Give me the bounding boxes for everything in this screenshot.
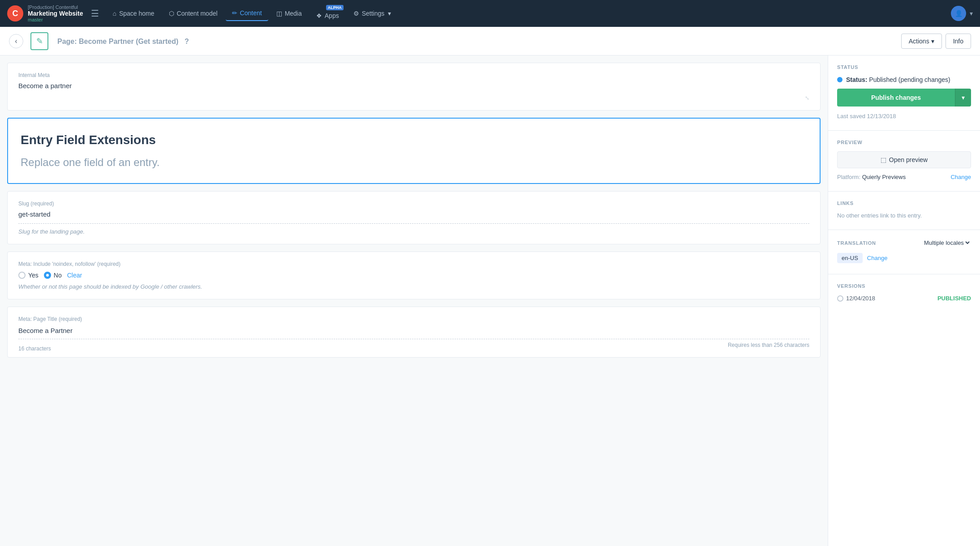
menu-hamburger-icon[interactable]: ☰ [87, 4, 103, 22]
sidebar-item-content-model[interactable]: ⬡ Content model [163, 6, 224, 21]
internal-meta-value: Become a partner [18, 82, 809, 91]
open-preview-button[interactable]: ⬚ Open preview [837, 151, 971, 168]
divider-4 [828, 274, 980, 274]
home-icon: ⌂ [112, 10, 116, 17]
extension-title: Entry Field Extensions [21, 133, 807, 147]
actions-label: Actions [909, 38, 929, 45]
brand-area: C [Production] Contentful Marketing Webs… [7, 4, 106, 22]
env-label: [Production] Contentful [28, 4, 83, 10]
page-title: Page: Become Partner (Get started) ? [54, 36, 901, 46]
extension-box: Entry Field Extensions Replace one field… [7, 118, 821, 184]
preview-section: PREVIEW ⬚ Open preview Platform: Quierly… [837, 140, 971, 180]
status-row: Status: Published (pending changes) [837, 76, 971, 83]
page-title-text: Page: Become Partner (Get started) [57, 38, 178, 45]
edit-icon: ✎ [36, 36, 43, 46]
meta-page-title-section: Meta: Page Title (required) Become a Par… [7, 307, 821, 358]
last-saved: Last saved 12/13/2018 [837, 113, 971, 119]
version-status: PUBLISHED [937, 295, 971, 302]
sidebar-item-apps[interactable]: ❖ Apps ALPHA [310, 4, 345, 23]
nav-label-space-home: Space home [119, 10, 155, 17]
main-layout: Internal Meta Become a partner ⤡ Entry F… [0, 55, 980, 546]
divider-2 [828, 191, 980, 192]
meta-page-title-value: Become a Partner [18, 327, 809, 339]
platform-label: Platform: Quierly Previews [837, 174, 906, 180]
platform-row: Platform: Quierly Previews Change [837, 174, 971, 180]
locale-change-link[interactable]: Change [867, 255, 888, 261]
user-avatar[interactable]: 👤 [951, 6, 966, 21]
meta-noindex-section: Meta: Include 'noindex, nofollow' (requi… [7, 252, 821, 299]
radio-no-item[interactable]: No [44, 272, 62, 279]
dropdown-chevron-icon: ▾ [962, 94, 965, 101]
apps-icon: ❖ [316, 12, 322, 19]
publish-changes-button[interactable]: Publish changes [837, 89, 955, 107]
status-section-title: STATUS [837, 64, 971, 70]
meta-noindex-label: Meta: Include 'noindex, nofollow' (requi… [18, 261, 809, 267]
divider-1 [828, 130, 980, 131]
status-text: Status: Published (pending changes) [846, 76, 950, 83]
radio-yes-item[interactable]: Yes [18, 272, 39, 279]
open-preview-label: Open preview [889, 156, 928, 163]
top-nav: C [Production] Contentful Marketing Webs… [0, 0, 980, 27]
radio-no-label: No [54, 272, 62, 279]
publish-btn-group: Publish changes ▾ [837, 89, 971, 107]
sidebar: STATUS Status: Published (pending change… [828, 55, 980, 546]
publish-dropdown-button[interactable]: ▾ [955, 89, 971, 107]
nav-label-settings: Settings [362, 10, 385, 17]
sidebar-item-settings[interactable]: ⚙ Settings ▾ [347, 6, 398, 21]
preview-section-title: PREVIEW [837, 140, 971, 145]
version-radio[interactable] [837, 295, 843, 302]
back-button[interactable]: ‹ [9, 34, 23, 48]
content-area: Internal Meta Become a partner ⤡ Entry F… [0, 55, 828, 546]
locale-select[interactable]: Multiple locales [922, 239, 971, 247]
back-icon: ‹ [15, 37, 17, 45]
radio-yes-label: Yes [28, 272, 39, 279]
sidebar-item-content[interactable]: ✏ Content [226, 6, 268, 21]
links-section: LINKS No other entries link to this entr… [837, 200, 971, 219]
platform-change-link[interactable]: Change [950, 174, 971, 180]
user-dropdown-icon[interactable]: ▾ [970, 10, 973, 17]
actions-button[interactable]: Actions ▾ [901, 34, 942, 49]
status-dot [837, 77, 842, 82]
radio-group: Yes No Clear [18, 272, 809, 279]
radio-no-circle [44, 272, 51, 279]
nav-label-media: Media [285, 10, 302, 17]
brand-text: [Production] Contentful Marketing Websit… [28, 4, 83, 22]
brand-logo: C [7, 5, 23, 21]
internal-meta-label: Internal Meta [18, 72, 809, 78]
preview-icon: ⬚ [881, 156, 886, 163]
sidebar-item-media[interactable]: ◫ Media [270, 6, 308, 21]
help-icon[interactable]: ? [185, 38, 189, 45]
page-icon: ✎ [30, 32, 48, 50]
resize-handle-icon[interactable]: ⤡ [18, 95, 809, 101]
clear-link[interactable]: Clear [67, 272, 82, 279]
translation-header-row: TRANSLATION Multiple locales [837, 239, 971, 247]
nav-label-content: Content [240, 9, 262, 17]
versions-section: VERSIONS 12/04/2018 PUBLISHED [837, 283, 971, 302]
user-icon: 👤 [955, 10, 963, 17]
sidebar-item-space-home[interactable]: ⌂ Space home [106, 6, 160, 21]
meta-noindex-helper: Whether or not this page should be index… [18, 283, 809, 290]
dropdown-arrow-icon: ▾ [931, 38, 934, 45]
info-button[interactable]: Info [946, 34, 971, 49]
versions-row: 12/04/2018 PUBLISHED [837, 295, 971, 302]
chevron-down-icon: ▾ [388, 10, 391, 17]
nav-right: 👤 ▾ [951, 6, 973, 21]
alpha-badge: ALPHA [326, 5, 344, 10]
translation-section: TRANSLATION Multiple locales en-US Chang… [837, 239, 971, 263]
nav-label-apps: Apps [325, 12, 339, 19]
translation-section-title: TRANSLATION [837, 240, 876, 246]
content-icon: ✏ [232, 9, 237, 17]
subheader-actions: Actions ▾ Info [901, 34, 971, 49]
nav-label-content-model: Content model [177, 10, 218, 17]
slug-section: Slug (required) get-started Slug for the… [7, 191, 821, 244]
site-name: Marketing Website [28, 10, 83, 17]
media-icon: ◫ [276, 10, 282, 17]
locale-badge: en-US [837, 253, 863, 263]
links-text: No other entries link to this entry. [837, 212, 971, 219]
extension-subtitle: Replace one field of an entry. [21, 156, 807, 169]
branch-label: master [28, 17, 83, 22]
slug-label: Slug (required) [18, 200, 809, 207]
versions-section-title: VERSIONS [837, 283, 971, 289]
model-icon: ⬡ [169, 10, 174, 17]
divider-3 [828, 230, 980, 230]
